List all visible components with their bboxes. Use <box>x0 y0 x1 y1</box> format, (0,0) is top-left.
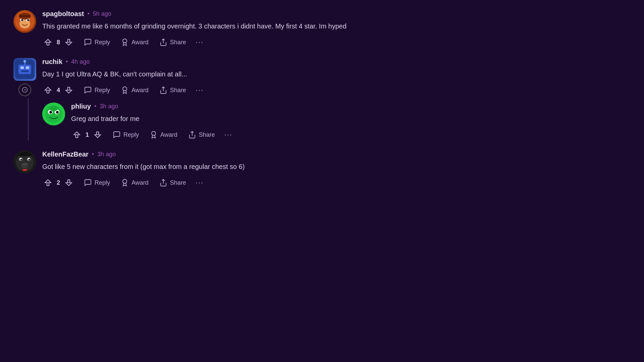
svg-rect-33 <box>97 132 99 135</box>
svg-rect-51 <box>68 180 70 183</box>
thread-content-ruchik: ruchik • 4h ago Day 1 I got Ultra AQ & B… <box>42 58 456 140</box>
downvote-btn-reply[interactable] <box>92 129 103 140</box>
comment-1-body: spagboltoast • 5h ago This granted me li… <box>42 10 456 48</box>
upvote-btn-reply[interactable] <box>71 129 83 140</box>
separator-dot-reply: • <box>94 103 96 110</box>
svg-point-30 <box>56 111 59 114</box>
more-btn-reply[interactable]: ··· <box>222 129 235 140</box>
more-btn-2[interactable]: ··· <box>193 84 206 96</box>
reply-phliuy: phliuy • 3h ago Greg and trader for me <box>42 103 456 140</box>
svg-point-23 <box>123 87 127 91</box>
downvote-btn-3[interactable] <box>63 177 74 188</box>
award-btn-3[interactable]: Award <box>117 177 153 188</box>
svg-rect-14 <box>20 66 24 69</box>
svg-rect-46 <box>21 152 29 156</box>
svg-point-10 <box>123 39 127 43</box>
award-btn-2[interactable]: Award <box>117 85 153 96</box>
svg-rect-50 <box>47 183 49 186</box>
comment-2-text: Day 1 I got Ultra AQ & BK, can't complai… <box>42 69 456 79</box>
reply-phliuy-header: phliuy • 3h ago <box>71 103 456 110</box>
action-bar-reply: 1 Reply <box>71 129 456 140</box>
svg-rect-13 <box>18 65 31 74</box>
award-btn-reply[interactable]: Award <box>146 129 181 140</box>
award-label-3: Award <box>131 179 149 186</box>
comment-1-header: spagboltoast • 5h ago <box>42 10 456 18</box>
svg-point-34 <box>152 131 156 135</box>
svg-point-4 <box>21 19 23 21</box>
username-phliuy: phliuy <box>71 103 91 110</box>
collapse-thread-btn[interactable] <box>18 83 31 96</box>
comment-2-header: ruchik • 4h ago <box>42 58 456 66</box>
avatar-phliuy <box>42 103 65 125</box>
share-label-2: Share <box>170 87 186 94</box>
vote-group-2: 4 <box>42 84 74 96</box>
vote-group-1: 8 <box>42 37 74 48</box>
reply-phliuy-text: Greg and trader for me <box>71 114 456 124</box>
separator-dot-2: • <box>66 58 68 65</box>
action-bar-3: 2 Reply Award <box>42 177 456 188</box>
svg-rect-7 <box>19 15 31 17</box>
award-label-1: Award <box>131 39 149 46</box>
upvote-btn-2[interactable] <box>42 84 54 96</box>
svg-rect-21 <box>47 90 49 93</box>
separator-dot-1: • <box>87 10 89 17</box>
vote-count-3: 2 <box>56 179 61 186</box>
avatar-spagboltoast <box>13 10 36 33</box>
downvote-btn-1[interactable] <box>63 37 74 48</box>
svg-point-49 <box>24 169 26 171</box>
reply-label-reply: Reply <box>123 131 139 138</box>
separator-dot-3: • <box>92 151 94 158</box>
share-label-3: Share <box>170 179 186 186</box>
action-bar-1: 8 Reply Award <box>42 37 456 48</box>
svg-rect-32 <box>76 135 78 138</box>
svg-point-31 <box>50 106 58 111</box>
award-btn-1[interactable]: Award <box>117 37 153 48</box>
svg-rect-9 <box>68 39 70 42</box>
svg-point-5 <box>27 19 29 21</box>
reply-btn-2[interactable]: Reply <box>80 85 114 96</box>
thread-sidebar <box>13 58 36 140</box>
comment-3-body: KellenFazBear • 3h ago Got like 5 new ch… <box>42 150 456 188</box>
comment-3-text: Got like 5 new characters from it (got m… <box>42 162 456 172</box>
share-label-1: Share <box>170 39 186 46</box>
upvote-btn-3[interactable] <box>42 177 54 188</box>
username-ruchik: ruchik <box>42 58 62 66</box>
reply-label-2: Reply <box>95 87 110 94</box>
svg-point-43 <box>29 159 30 161</box>
reply-btn-3[interactable]: Reply <box>80 177 114 188</box>
award-label-2: Award <box>131 87 149 94</box>
more-btn-1[interactable]: ··· <box>193 37 206 48</box>
comments-container: spagboltoast • 5h ago This granted me li… <box>0 0 470 205</box>
reply-label-1: Reply <box>95 39 110 46</box>
share-btn-reply[interactable]: Share <box>184 129 219 140</box>
comment-1-text: This granted me like 6 months of grindin… <box>42 21 456 31</box>
thread-block-ruchik: ruchik • 4h ago Day 1 I got Ultra AQ & B… <box>13 58 456 140</box>
comment-2-body: ruchik • 4h ago Day 1 I got Ultra AQ & B… <box>42 58 456 96</box>
svg-rect-15 <box>26 66 29 69</box>
vote-group-reply: 1 <box>71 129 103 140</box>
vote-count-2: 4 <box>56 87 61 94</box>
timestamp-reply: 3h ago <box>100 103 118 110</box>
share-label-reply: Share <box>199 131 215 138</box>
comment-3-header: KellenFazBear • 3h ago <box>42 150 456 158</box>
timestamp-3: 3h ago <box>97 151 116 158</box>
svg-point-52 <box>123 179 127 183</box>
svg-point-29 <box>49 111 52 114</box>
vote-count-1: 8 <box>56 39 61 46</box>
username-kellen: KellenFazBear <box>42 150 89 158</box>
comment-1: spagboltoast • 5h ago This granted me li… <box>13 7 456 48</box>
upvote-btn-1[interactable] <box>42 37 54 48</box>
vote-count-reply: 1 <box>85 131 90 138</box>
reply-btn-reply[interactable]: Reply <box>109 129 143 140</box>
downvote-btn-2[interactable] <box>63 84 74 96</box>
svg-point-18 <box>23 60 26 63</box>
svg-rect-16 <box>21 70 29 72</box>
reply-label-3: Reply <box>95 179 110 186</box>
vote-group-3: 2 <box>42 177 74 188</box>
reply-btn-1[interactable]: Reply <box>80 37 114 48</box>
svg-point-42 <box>20 159 22 161</box>
share-btn-2[interactable]: Share <box>155 85 190 96</box>
share-btn-1[interactable]: Share <box>155 37 190 48</box>
share-btn-3[interactable]: Share <box>155 177 190 188</box>
more-btn-3[interactable]: ··· <box>193 177 206 188</box>
